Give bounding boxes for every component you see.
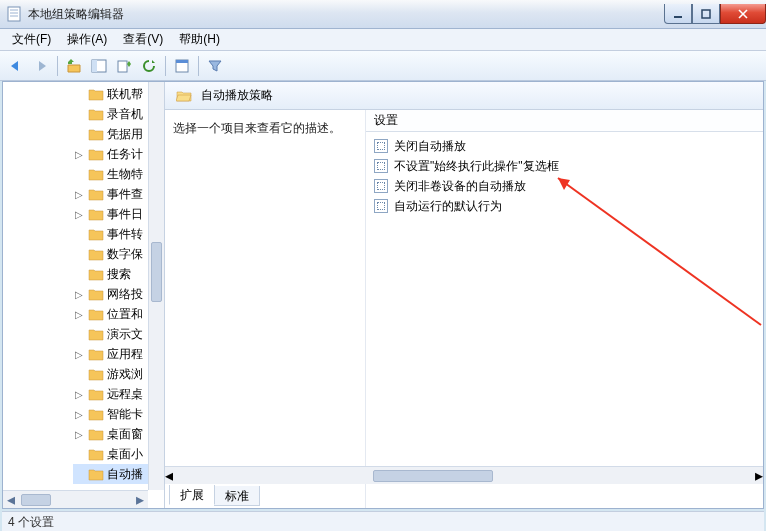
column-header-setting[interactable]: 设置	[366, 110, 763, 132]
setting-row[interactable]: 关闭非卷设备的自动播放	[368, 176, 761, 196]
tree-item[interactable]: 演示文	[73, 324, 148, 344]
tree-item[interactable]: ▷位置和	[73, 304, 148, 324]
up-button[interactable]	[62, 54, 86, 78]
tree-item[interactable]: 生物特	[73, 164, 148, 184]
tree-hscrollbar[interactable]: ◂▸	[3, 490, 148, 508]
refresh-button[interactable]	[137, 54, 161, 78]
content-title: 自动播放策略	[201, 87, 273, 104]
settings-list: 设置 关闭自动播放不设置"始终执行此操作"复选框关闭非卷设备的自动播放自动运行的…	[365, 110, 763, 508]
svg-rect-5	[702, 10, 710, 18]
back-button[interactable]	[4, 54, 28, 78]
tree-item[interactable]: ▷任务计	[73, 144, 148, 164]
tree-item[interactable]: 录音机	[73, 104, 148, 124]
tree-item[interactable]: ▷智能卡	[73, 404, 148, 424]
content-header: 自动播放策略	[165, 82, 763, 110]
minimize-button[interactable]	[664, 4, 692, 24]
tree-item[interactable]: ▷远程桌	[73, 384, 148, 404]
tab-standard[interactable]: 标准	[214, 486, 260, 506]
export-button[interactable]	[112, 54, 136, 78]
tab-extended[interactable]: 扩展	[169, 485, 215, 505]
tree-item[interactable]: ▷网络投	[73, 284, 148, 304]
svg-rect-0	[8, 7, 20, 21]
tree-item[interactable]: 事件转	[73, 224, 148, 244]
show-hide-tree-button[interactable]	[87, 54, 111, 78]
svg-rect-12	[176, 60, 188, 63]
titlebar: 本地组策略编辑器	[0, 0, 766, 29]
maximize-button[interactable]	[692, 4, 720, 24]
tree-item[interactable]: ▷应用程	[73, 344, 148, 364]
svg-rect-10	[118, 61, 127, 72]
tree-vscrollbar[interactable]	[148, 82, 164, 490]
setting-row[interactable]: 不设置"始终执行此操作"复选框	[368, 156, 761, 176]
close-button[interactable]	[720, 4, 766, 24]
toolbar	[0, 51, 766, 81]
app-icon	[6, 6, 22, 22]
properties-button[interactable]	[170, 54, 194, 78]
tree-item[interactable]: 搜索	[73, 264, 148, 284]
tree-item[interactable]: 凭据用	[73, 124, 148, 144]
tree-item[interactable]: 桌面小	[73, 444, 148, 464]
policy-icon	[374, 199, 388, 213]
menu-file[interactable]: 文件(F)	[4, 29, 59, 50]
menu-view[interactable]: 查看(V)	[115, 29, 171, 50]
tree-item[interactable]: ▷桌面窗	[73, 424, 148, 444]
folder-open-icon	[176, 89, 192, 103]
tree-panel: 联机帮录音机凭据用▷任务计生物特▷事件查▷事件日事件转数字保搜索▷网络投▷位置和…	[3, 82, 165, 508]
tree-item[interactable]: 游戏浏	[73, 364, 148, 384]
tree-item[interactable]: 自动播	[73, 464, 148, 484]
svg-rect-9	[92, 60, 97, 72]
content-hscrollbar[interactable]: ◂▸	[165, 466, 763, 484]
status-text: 4 个设置	[8, 515, 54, 529]
window-title: 本地组策略编辑器	[28, 6, 664, 23]
setting-row[interactable]: 自动运行的默认行为	[368, 196, 761, 216]
status-bar: 4 个设置	[2, 511, 764, 531]
setting-row[interactable]: 关闭自动播放	[368, 136, 761, 156]
filter-button[interactable]	[203, 54, 227, 78]
forward-button[interactable]	[29, 54, 53, 78]
tree-item[interactable]: ▷事件日	[73, 204, 148, 224]
tree-item[interactable]: 联机帮	[73, 84, 148, 104]
policy-icon	[374, 179, 388, 193]
description-pane: 选择一个项目来查看它的描述。	[165, 110, 365, 508]
tree-item[interactable]: ▷事件查	[73, 184, 148, 204]
policy-icon	[374, 159, 388, 173]
tree-item[interactable]: 数字保	[73, 244, 148, 264]
menu-help[interactable]: 帮助(H)	[171, 29, 228, 50]
menubar: 文件(F) 操作(A) 查看(V) 帮助(H)	[0, 29, 766, 51]
description-prompt: 选择一个项目来查看它的描述。	[173, 121, 341, 135]
menu-action[interactable]: 操作(A)	[59, 29, 115, 50]
policy-icon	[374, 139, 388, 153]
